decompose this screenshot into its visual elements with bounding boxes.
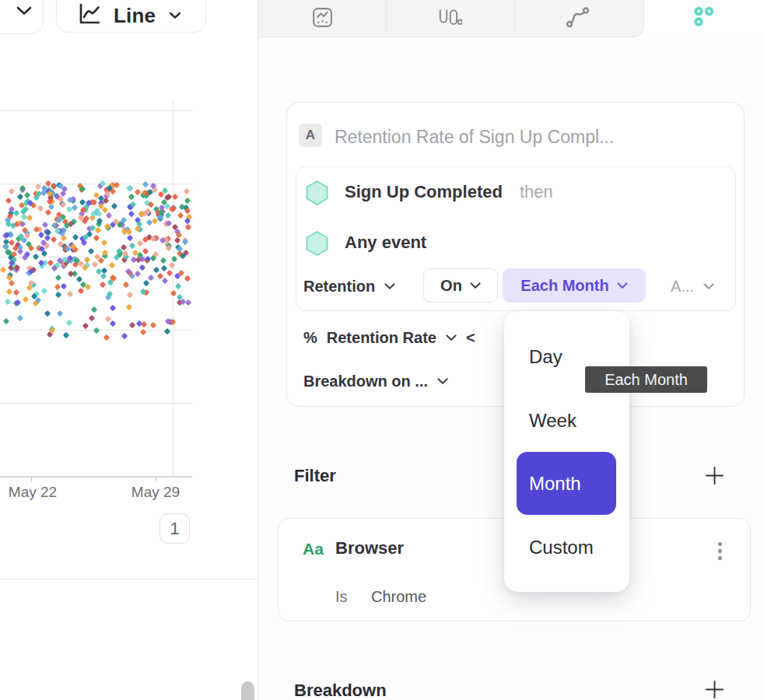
scatter-dot bbox=[170, 290, 177, 296]
kebab-dot bbox=[718, 549, 722, 553]
tab-flow-path[interactable] bbox=[515, 0, 640, 37]
scatter-dot bbox=[16, 315, 23, 321]
measure-prefix: % bbox=[303, 329, 317, 347]
interval-label: Each Month bbox=[520, 277, 608, 295]
scatter-dot bbox=[142, 247, 149, 254]
event-row[interactable]: Sign Up Completed then bbox=[345, 182, 553, 202]
breakdown-heading: Breakdown bbox=[294, 681, 387, 700]
filter-property-name[interactable]: Browser bbox=[335, 538, 404, 558]
scatter-dot bbox=[121, 333, 128, 339]
chevron-down-icon bbox=[703, 283, 714, 290]
scatter-dot bbox=[109, 304, 115, 310]
scatter-dot bbox=[150, 321, 156, 327]
chart-type-label: Line bbox=[114, 4, 156, 28]
on-dropdown-button[interactable]: On bbox=[423, 268, 498, 303]
scatter-dot bbox=[126, 303, 132, 310]
scatter-dot bbox=[137, 240, 143, 246]
scatter-dot bbox=[33, 254, 39, 260]
kebab-dot bbox=[718, 542, 722, 546]
pagination-badge[interactable]: 1 bbox=[159, 513, 190, 544]
scatter-dot bbox=[5, 289, 12, 295]
scatter-dot bbox=[128, 211, 135, 217]
filter-menu-button[interactable] bbox=[713, 537, 727, 565]
scatter-dot bbox=[16, 194, 23, 200]
scatter-dot bbox=[109, 262, 115, 268]
scatter-dot bbox=[106, 212, 112, 219]
scatter-dot bbox=[93, 327, 100, 334]
interval-dropdown-chip[interactable]: Each Month bbox=[503, 268, 646, 303]
scatter-dot bbox=[184, 197, 190, 203]
scatter-dot bbox=[57, 310, 63, 317]
app-window: Line May 22 May 29 1 bbox=[0, 0, 764, 700]
scatter-dot bbox=[44, 310, 50, 317]
filter-value[interactable]: Chrome bbox=[371, 588, 426, 606]
tab-scatter-active[interactable] bbox=[644, 0, 764, 37]
event-name[interactable]: Any event bbox=[345, 233, 426, 253]
line-chart-icon bbox=[75, 0, 103, 31]
scatter-dot bbox=[87, 248, 93, 254]
scatter-dot bbox=[13, 289, 19, 296]
scatter-dot bbox=[60, 283, 66, 289]
dropdown-item-week[interactable]: Week bbox=[529, 410, 577, 432]
scatter-dot bbox=[41, 288, 47, 294]
tab-bar-columns[interactable] bbox=[387, 0, 512, 37]
breakdown-on-label: Breakdown on ... bbox=[303, 373, 428, 390]
plus-icon bbox=[704, 679, 725, 700]
scatter-dot bbox=[184, 224, 191, 230]
horizontal-divider bbox=[0, 579, 258, 579]
scatter-dot bbox=[142, 181, 149, 187]
chart-type-button[interactable]: Line bbox=[56, 0, 206, 33]
scatter-dot bbox=[162, 278, 168, 284]
scatter-dot bbox=[81, 240, 87, 246]
add-breakdown-button[interactable] bbox=[703, 680, 725, 700]
scatter-dot bbox=[82, 323, 89, 329]
scatter-dot bbox=[127, 291, 133, 297]
series-label-badge: A bbox=[299, 124, 322, 147]
query-title[interactable]: Retention Rate of Sign Up Compl... bbox=[335, 127, 614, 148]
left-dropdown-button[interactable] bbox=[0, 0, 44, 34]
scrollbar-thumb[interactable] bbox=[241, 681, 254, 700]
scatter-dot bbox=[169, 261, 175, 268]
actor-label: A... bbox=[671, 278, 694, 296]
scatter-dot bbox=[78, 288, 84, 294]
dropdown-item-month-selected[interactable]: Month bbox=[517, 452, 616, 515]
scatter-dot bbox=[161, 265, 167, 271]
scatter-dot bbox=[9, 188, 15, 194]
scatter-dots-icon bbox=[692, 5, 716, 32]
scatter-dot bbox=[41, 222, 47, 228]
scatter-dot bbox=[152, 267, 159, 273]
measure-label: Retention Rate bbox=[327, 329, 436, 347]
actor-dropdown[interactable]: A... bbox=[671, 278, 714, 296]
tooltip: Each Month bbox=[585, 366, 707, 393]
scatter-dot bbox=[174, 283, 180, 289]
scatter-dot bbox=[26, 215, 33, 221]
flow-path-icon bbox=[566, 6, 590, 31]
scatter-dot bbox=[148, 275, 154, 281]
scatter-dot bbox=[141, 321, 147, 327]
scatter-dot bbox=[24, 191, 30, 198]
x-axis-label: May 29 bbox=[123, 484, 188, 501]
tab-combo-chart[interactable] bbox=[260, 0, 384, 37]
breakdown-on-dropdown[interactable]: Breakdown on ... bbox=[303, 373, 448, 390]
bar-columns-icon bbox=[437, 7, 462, 31]
scatter-dot bbox=[148, 201, 154, 208]
scatter-dot bbox=[100, 273, 107, 279]
chevron-down-icon bbox=[384, 283, 395, 290]
measure-dropdown[interactable]: % Retention Rate < bbox=[303, 329, 475, 347]
scatter-dot bbox=[91, 306, 97, 313]
event-name[interactable]: Sign Up Completed bbox=[345, 182, 503, 202]
event-row[interactable]: Any event bbox=[345, 233, 426, 253]
tab-separator bbox=[386, 0, 387, 37]
scatter-dot bbox=[93, 235, 100, 241]
dropdown-item-day[interactable]: Day bbox=[529, 346, 562, 368]
scatter-dot bbox=[185, 299, 191, 306]
scatter-dot bbox=[54, 284, 61, 290]
scatter-dot bbox=[111, 203, 117, 209]
scatter-dot bbox=[55, 291, 61, 297]
add-filter-button[interactable] bbox=[703, 466, 725, 488]
on-label: On bbox=[440, 277, 462, 295]
filter-operator[interactable]: Is bbox=[335, 588, 348, 606]
retention-dropdown[interactable]: Retention bbox=[303, 278, 395, 296]
retention-label: Retention bbox=[303, 278, 375, 296]
dropdown-item-custom[interactable]: Custom bbox=[529, 537, 594, 558]
